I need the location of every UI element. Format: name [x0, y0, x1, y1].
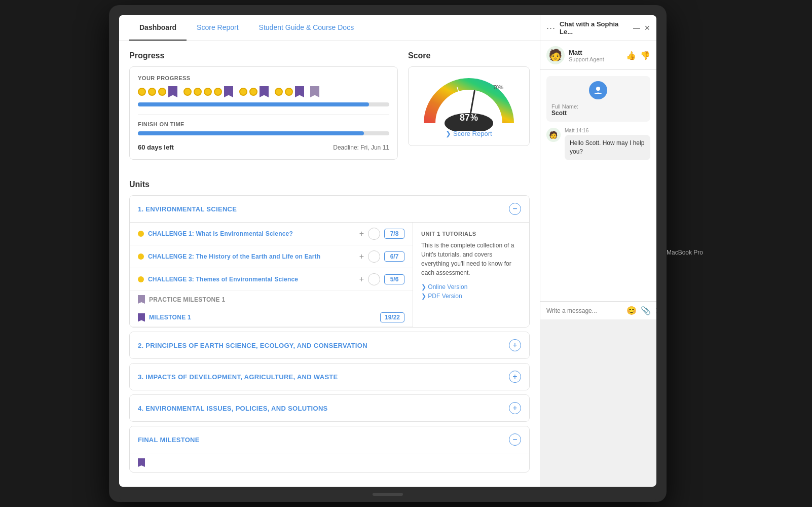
unit-final-header[interactable]: FINAL MILESTONE − — [130, 426, 529, 453]
svg-point-6 — [596, 87, 600, 91]
score-section-title: Score — [408, 51, 530, 60]
chat-input[interactable] — [546, 307, 622, 314]
chat-header: ··· Chat with a Sophia Le... — ✕ — [540, 15, 656, 41]
tab-score-report[interactable]: Score Report — [187, 15, 248, 41]
chat-close-button[interactable]: ✕ — [644, 24, 650, 32]
progress-dot-3 — [158, 88, 166, 96]
chat-agent-row: 🧑 Matt Support Agent 👍 👎 — [540, 41, 656, 70]
unit-1-header[interactable]: 1. ENVIRONMENTAL SCIENCE − — [130, 196, 529, 222]
practice-milestone-name: PRACTICE MILESTONE 1 — [149, 296, 404, 303]
progress-section-title: Progress — [129, 51, 398, 60]
unit-1-challenges: CHALLENGE 1: What is Environmental Scien… — [130, 223, 413, 327]
thumbs-down-button[interactable]: 👎 — [640, 51, 650, 60]
progress-dot-10 — [275, 88, 283, 96]
challenge-row-3: CHALLENGE 3: Themes of Environmental Sci… — [130, 268, 413, 291]
tutorial-panel: UNIT 1 TUTORIALS This is the complete co… — [413, 223, 529, 327]
unit-1-toggle[interactable]: − — [509, 203, 521, 215]
unit-4-header[interactable]: 4. ENVIRONMENTAL ISSUES, POLICIES, AND S… — [130, 395, 529, 421]
challenge-dot-2 — [138, 254, 144, 260]
agent-message-row: 🧑 Matt 14:16 Hello Scott. How may I help… — [546, 128, 650, 160]
progress-dot-7 — [214, 88, 222, 96]
chat-controls: — ✕ — [633, 24, 650, 32]
challenge-row-2: CHALLENGE 2: The History of the Earth an… — [130, 245, 413, 268]
challenge-name-2[interactable]: CHALLENGE 2: The History of the Earth an… — [148, 253, 355, 260]
agent-face-icon: 🧑 — [548, 49, 562, 62]
agent-avatar: 🧑 — [546, 46, 565, 64]
tutorial-title: UNIT 1 TUTORIALS — [421, 231, 521, 237]
practice-milestone-icon — [138, 295, 145, 304]
challenge-dot-3 — [138, 276, 144, 282]
unit-row-2: 2. PRINCIPLES OF EARTH SCIENCE, ECOLOGY,… — [129, 332, 530, 359]
unit-2-toggle[interactable]: + — [509, 339, 521, 351]
progress-bar-container — [138, 102, 389, 106]
unit-3-header[interactable]: 3. IMPACTS OF DEVELOPMENT, AGRICULTURE, … — [130, 364, 529, 390]
unit-row-3: 3. IMPACTS OF DEVELOPMENT, AGRICULTURE, … — [129, 363, 530, 390]
finish-bar — [138, 131, 364, 135]
challenge-circle-3 — [368, 273, 380, 285]
progress-bar — [138, 102, 369, 106]
milestone-icons — [138, 86, 389, 97]
progress-dot-8 — [239, 88, 247, 96]
unit-4-title: 4. ENVIRONMENTAL ISSUES, POLICIES, AND S… — [138, 405, 328, 412]
user-name-value: Scott — [551, 110, 645, 117]
nav-tabs: Dashboard Score Report Student Guide & C… — [119, 15, 540, 41]
gauge-container: 87% 70% — [423, 75, 514, 126]
challenge-add-3[interactable]: + — [359, 275, 364, 284]
unit-3-toggle[interactable]: + — [509, 371, 521, 383]
laptop-notch — [373, 493, 403, 496]
thumbs-up-button[interactable]: 👍 — [626, 51, 636, 60]
unit-4-toggle[interactable]: + — [509, 402, 521, 414]
progress-bookmark-1 — [168, 86, 177, 97]
challenge-name-3[interactable]: CHALLENGE 3: Themes of Environmental Sci… — [148, 276, 355, 283]
chat-minimize-button[interactable]: — — [633, 24, 640, 32]
tab-dashboard[interactable]: Dashboard — [129, 15, 187, 41]
chat-menu-dots[interactable]: ··· — [546, 23, 556, 33]
content-area: Progress YOUR PROGRESS — [119, 41, 540, 180]
full-name-label: Full Name: — [551, 103, 645, 110]
unit-2-title: 2. PRINCIPLES OF EARTH SCIENCE, ECOLOGY,… — [138, 342, 367, 349]
progress-bookmark-2 — [224, 86, 233, 97]
challenge-name-1[interactable]: CHALLENGE 1: What is Environmental Scien… — [148, 230, 355, 237]
tab-student-guide[interactable]: Student Guide & Course Docs — [249, 15, 364, 41]
milestone-icon — [138, 313, 145, 322]
progress-bookmark-5 — [310, 86, 319, 97]
screen: Dashboard Score Report Student Guide & C… — [119, 15, 656, 487]
deadline-text: Deadline: Fri, Jun 11 — [333, 144, 389, 151]
left-panel: Progress YOUR PROGRESS — [129, 51, 398, 170]
milestone-1-score: 19/22 — [380, 312, 404, 322]
challenge-add-1[interactable]: + — [359, 229, 364, 238]
challenge-circle-1 — [368, 228, 380, 240]
score-report-link[interactable]: ❯ Score Report — [417, 130, 521, 137]
progress-dot-6 — [204, 88, 212, 96]
unit-2-header[interactable]: 2. PRINCIPLES OF EARTH SCIENCE, ECOLOGY,… — [130, 332, 529, 358]
challenge-score-2: 6/7 — [384, 251, 404, 262]
chat-body: Full Name: Scott 🧑 Matt 14:16 Hello Scot… — [540, 70, 656, 301]
milestone-1-row: MILESTONE 1 19/22 — [130, 308, 413, 327]
days-left: 60 days left — [138, 143, 174, 151]
challenge-circle-2 — [368, 250, 380, 263]
challenge-add-2[interactable]: + — [359, 252, 364, 261]
unit-3-title: 3. IMPACTS OF DEVELOPMENT, AGRICULTURE, … — [138, 373, 338, 381]
agent-role: Support Agent — [569, 56, 622, 62]
progress-bookmark-3 — [260, 86, 269, 97]
challenge-row-1: CHALLENGE 1: What is Environmental Scien… — [130, 223, 413, 245]
challenge-score-3: 5/6 — [384, 274, 404, 284]
progress-dot-1 — [138, 88, 146, 96]
attachment-icon[interactable]: 📎 — [641, 306, 651, 315]
progress-dot-4 — [183, 88, 192, 96]
your-progress-label: YOUR PROGRESS — [138, 75, 389, 81]
emoji-icon[interactable]: 😊 — [626, 306, 637, 315]
unit-row-4: 4. ENVIRONMENTAL ISSUES, POLICIES, AND S… — [129, 394, 530, 422]
milestone-1-name: MILESTONE 1 — [149, 314, 376, 321]
svg-point-5 — [466, 121, 471, 126]
tutorial-pdf-link[interactable]: ❯ PDF Version — [421, 293, 521, 300]
tutorial-online-link[interactable]: ❯ Online Version — [421, 283, 521, 291]
agent-name: Matt — [569, 49, 622, 56]
laptop-chin — [119, 487, 656, 502]
send-icon[interactable]: ➤ — [655, 306, 656, 315]
unit-final-toggle[interactable]: − — [509, 433, 521, 446]
finish-bar-container — [138, 131, 389, 135]
progress-dot-11 — [285, 88, 293, 96]
progress-bookmark-4 — [295, 86, 304, 97]
user-avatar — [589, 81, 607, 99]
